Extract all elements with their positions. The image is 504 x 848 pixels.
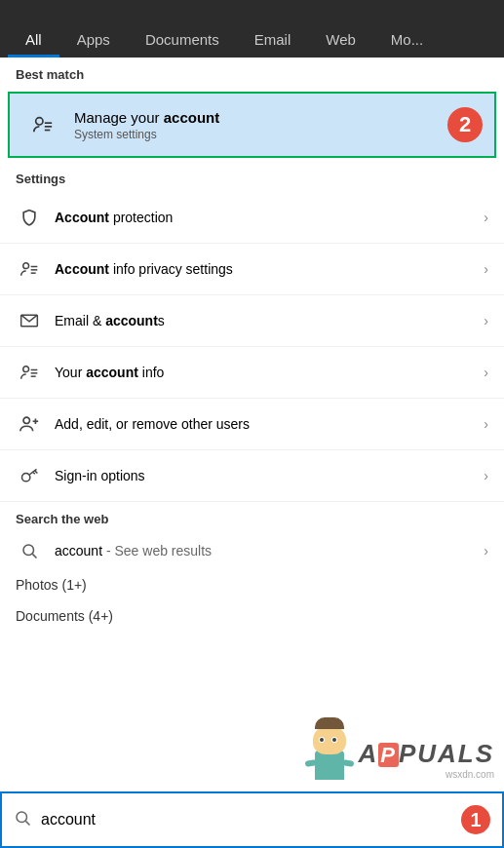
best-match-subtitle: System settings bbox=[74, 128, 483, 141]
chevron-icon-0: › bbox=[484, 210, 488, 225]
email-icon bbox=[16, 307, 43, 334]
step-1-badge: 1 bbox=[461, 805, 490, 834]
manage-account-icon bbox=[21, 103, 64, 146]
person-list-icon-1 bbox=[16, 255, 43, 283]
chevron-icon-web: › bbox=[484, 543, 488, 559]
site-watermark: wsxdn.com bbox=[358, 769, 494, 780]
settings-label-add-remove-users: Add, edit, or remove other users bbox=[55, 416, 484, 432]
svg-line-21 bbox=[32, 554, 36, 558]
step-2-badge: 2 bbox=[447, 107, 483, 142]
best-match-title: Manage your account bbox=[74, 109, 483, 126]
nav-tabs: All Apps Documents Email Web Mo... bbox=[0, 0, 504, 58]
web-search-header: Search the web bbox=[0, 502, 504, 532]
search-bar: 1 bbox=[0, 791, 504, 848]
svg-point-0 bbox=[36, 118, 43, 125]
svg-point-22 bbox=[17, 812, 27, 823]
tab-apps[interactable]: Apps bbox=[59, 21, 128, 58]
chevron-icon-1: › bbox=[484, 261, 488, 277]
settings-item-account-protection[interactable]: Account protection › bbox=[0, 192, 504, 244]
person-add-icon bbox=[16, 410, 43, 438]
documents-category[interactable]: Documents (4+) bbox=[0, 600, 504, 632]
settings-item-account-info-privacy[interactable]: Account info privacy settings › bbox=[0, 244, 504, 295]
settings-label-account-protection: Account protection bbox=[55, 210, 484, 225]
web-search-item[interactable]: account - See web results › bbox=[0, 532, 504, 569]
settings-item-add-remove-users[interactable]: Add, edit, or remove other users › bbox=[0, 399, 504, 450]
svg-point-20 bbox=[23, 545, 34, 556]
svg-point-16 bbox=[22, 474, 30, 482]
best-match-header: Best match bbox=[0, 58, 504, 88]
settings-label-account-info-privacy: Account info privacy settings bbox=[55, 261, 484, 277]
chevron-icon-4: › bbox=[484, 416, 488, 432]
tab-web[interactable]: Web bbox=[308, 21, 373, 58]
svg-point-13 bbox=[23, 417, 29, 423]
web-search-icon bbox=[16, 542, 43, 559]
svg-point-9 bbox=[23, 366, 29, 372]
best-match-text: Manage your account System settings bbox=[74, 109, 483, 141]
settings-item-sign-in-options[interactable]: Sign-in options › bbox=[0, 450, 504, 502]
chevron-icon-2: › bbox=[484, 313, 488, 328]
chevron-icon-3: › bbox=[484, 365, 488, 380]
svg-line-23 bbox=[25, 821, 29, 825]
tab-all[interactable]: All bbox=[8, 21, 59, 58]
web-search-text: account - See web results bbox=[55, 543, 484, 559]
settings-label-your-account-info: Your account info bbox=[55, 365, 484, 380]
search-results: Best match Manage your account System se… bbox=[0, 58, 504, 632]
tab-more[interactable]: Mo... bbox=[373, 21, 441, 58]
tab-email[interactable]: Email bbox=[237, 21, 309, 58]
chevron-icon-5: › bbox=[484, 468, 488, 483]
settings-item-email-accounts[interactable]: Email & accounts › bbox=[0, 295, 504, 347]
photos-category[interactable]: Photos (1+) bbox=[0, 569, 504, 600]
best-match-item[interactable]: Manage your account System settings 2 bbox=[8, 92, 496, 158]
search-bar-icon bbox=[14, 809, 31, 831]
tab-documents[interactable]: Documents bbox=[128, 21, 237, 58]
key-icon bbox=[16, 462, 43, 489]
svg-point-4 bbox=[23, 263, 29, 269]
settings-label-email-accounts: Email & accounts bbox=[55, 313, 484, 328]
search-input[interactable] bbox=[41, 811, 451, 829]
person-list-icon-2 bbox=[16, 359, 43, 386]
settings-item-your-account-info[interactable]: Your account info › bbox=[0, 347, 504, 399]
svg-line-19 bbox=[33, 473, 35, 475]
settings-label-sign-in-options: Sign-in options bbox=[55, 468, 484, 483]
appuals-logo: APPUALS bbox=[358, 739, 494, 769]
appuals-watermark: APPUALS wsxdn.com bbox=[305, 721, 494, 780]
shield-icon bbox=[16, 204, 43, 231]
settings-header: Settings bbox=[0, 162, 504, 192]
svg-line-18 bbox=[35, 471, 38, 474]
